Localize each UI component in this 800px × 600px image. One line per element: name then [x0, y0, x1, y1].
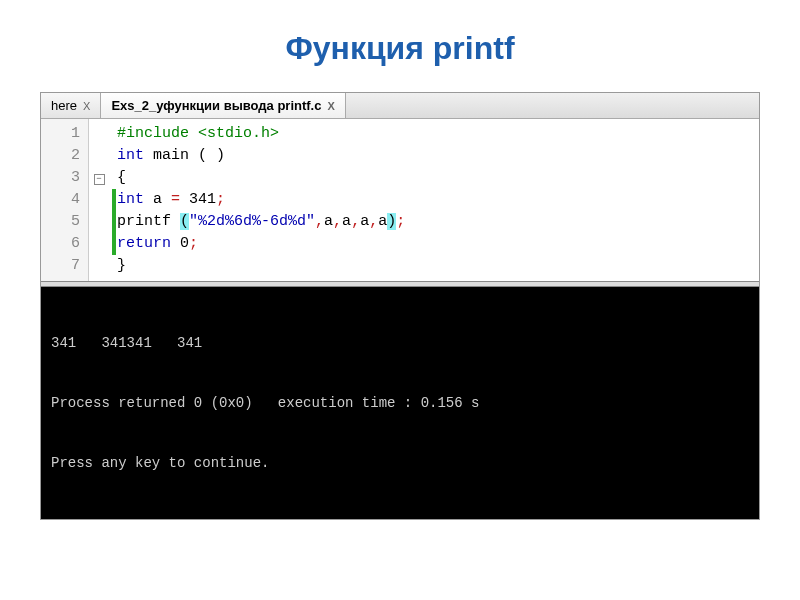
- line-number: 6: [41, 233, 88, 255]
- tab-bar: here X Exs_2_уфункции вывода printf.c X: [41, 93, 759, 119]
- code-line: printf ("%2d%6d%-6d%d",a,a,a,a);: [117, 211, 759, 233]
- code-content[interactable]: #include <stdio.h> int main ( ) { int a …: [109, 119, 759, 281]
- code-line: {: [117, 167, 759, 189]
- line-number: 2: [41, 145, 88, 167]
- code-line: }: [117, 255, 759, 277]
- console-output: 341 341341 341 Process returned 0 (0x0) …: [41, 287, 759, 519]
- tab-printf-file[interactable]: Exs_2_уфункции вывода printf.c X: [101, 93, 345, 118]
- code-line: #include <stdio.h>: [117, 123, 759, 145]
- line-number: 1: [41, 123, 88, 145]
- fold-toggle-icon[interactable]: −: [94, 174, 105, 185]
- console-line: Press any key to continue.: [51, 453, 749, 473]
- change-marker: [112, 189, 116, 211]
- tab-label: here: [51, 98, 77, 113]
- ide-window: here X Exs_2_уфункции вывода printf.c X …: [40, 92, 760, 520]
- change-marker: [112, 211, 116, 233]
- line-number: 3: [41, 167, 88, 189]
- close-icon[interactable]: X: [83, 100, 90, 112]
- line-number: 5: [41, 211, 88, 233]
- code-editor[interactable]: 1 2 3 4 5 6 7 − #include <stdio.h> int m…: [41, 119, 759, 281]
- line-number-gutter: 1 2 3 4 5 6 7: [41, 119, 89, 281]
- fold-column: −: [89, 119, 109, 281]
- code-line: int main ( ): [117, 145, 759, 167]
- line-number: 7: [41, 255, 88, 277]
- code-line: return 0;: [117, 233, 759, 255]
- code-line: int a = 341;: [117, 189, 759, 211]
- slide-title: Функция printf: [40, 30, 760, 67]
- tab-here[interactable]: here X: [41, 93, 101, 118]
- change-marker: [112, 233, 116, 255]
- console-line: Process returned 0 (0x0) execution time …: [51, 393, 749, 413]
- close-icon[interactable]: X: [327, 100, 334, 112]
- console-line: 341 341341 341: [51, 333, 749, 353]
- tab-label: Exs_2_уфункции вывода printf.c: [111, 98, 321, 113]
- line-number: 4: [41, 189, 88, 211]
